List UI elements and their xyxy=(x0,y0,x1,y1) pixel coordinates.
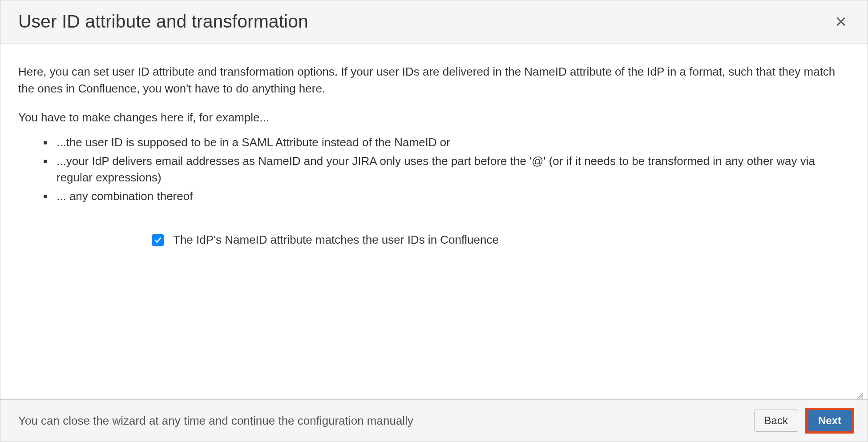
list-item: ...the user ID is supposed to be in a SA… xyxy=(54,134,850,151)
next-button-highlight: Next xyxy=(805,408,854,434)
list-item: ...your IdP delivers email addresses as … xyxy=(54,153,850,186)
dialog-footer: You can close the wizard at any time and… xyxy=(0,399,868,442)
footer-hint: You can close the wizard at any time and… xyxy=(18,414,413,428)
wizard-dialog: User ID attribute and transformation ✕ H… xyxy=(0,0,868,442)
close-icon: ✕ xyxy=(835,13,847,30)
lead-text: You have to make changes here if, for ex… xyxy=(18,109,850,126)
nameid-match-option[interactable]: The IdP's NameID attribute matches the u… xyxy=(152,232,850,249)
checkbox-checked-icon[interactable] xyxy=(152,234,164,246)
svg-line-2 xyxy=(862,398,863,399)
list-item: ... any combination thereof xyxy=(54,188,850,205)
resize-handle-icon[interactable] xyxy=(856,388,864,396)
conditions-list: ...the user ID is supposed to be in a SA… xyxy=(18,134,850,205)
dialog-header: User ID attribute and transformation ✕ xyxy=(0,0,868,44)
close-button[interactable]: ✕ xyxy=(832,14,850,29)
footer-actions: Back Next xyxy=(754,408,854,434)
checkbox-label: The IdP's NameID attribute matches the u… xyxy=(173,232,499,249)
back-button[interactable]: Back xyxy=(754,410,798,432)
dialog-body: Here, you can set user ID attribute and … xyxy=(0,44,868,399)
next-button[interactable]: Next xyxy=(807,410,852,431)
intro-text: Here, you can set user ID attribute and … xyxy=(18,64,850,97)
dialog-title: User ID attribute and transformation xyxy=(18,11,308,32)
